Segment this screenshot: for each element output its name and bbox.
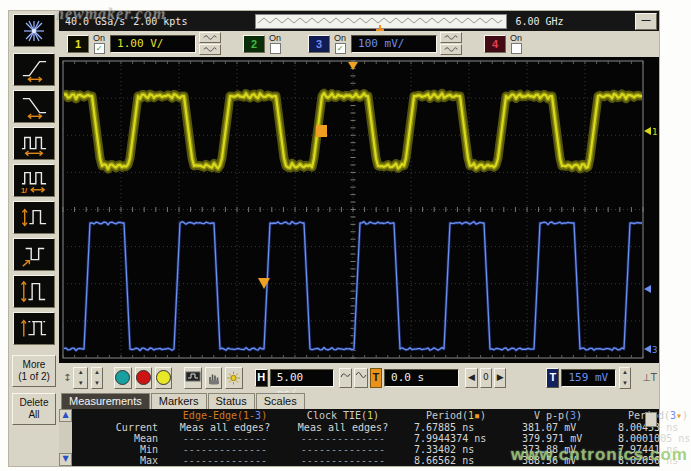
- channel-1-on-toggle[interactable]: On✓: [93, 34, 105, 54]
- measurement-value: --------------: [284, 433, 402, 444]
- period-1-marker[interactable]: [316, 125, 327, 137]
- spinner-down-icon[interactable]: ▼: [78, 379, 84, 388]
- measurements-scrollbar[interactable]: ▲ ▼: [59, 409, 72, 466]
- tab-status[interactable]: Status: [208, 393, 255, 409]
- measurement-row-min: Min----------------------------7.33402 n…: [72, 444, 691, 455]
- channel-1-scale-display[interactable]: 1.00 V/: [110, 35, 196, 53]
- measurement-header-spacer: [72, 409, 166, 422]
- scroll-down-icon[interactable]: ▼: [59, 453, 72, 466]
- tab-measurements[interactable]: Measurements: [61, 393, 150, 409]
- measurement-value: --------------: [284, 444, 402, 455]
- logo-button[interactable]: [13, 14, 55, 47]
- horizontal-settings-button[interactable]: H: [255, 369, 268, 387]
- measurement-value: 8.02656 ns: [606, 455, 691, 466]
- channel-2-on-toggle[interactable]: On: [269, 34, 281, 54]
- channel-4-group: 4On: [484, 34, 527, 54]
- more-button-line2: (1 of 2): [13, 371, 55, 383]
- v-amplitude-button[interactable]: .w{stroke:#e9e9e9;fill:none;stroke-width…: [13, 201, 55, 234]
- measurement-column-header[interactable]: Period(1▪): [402, 409, 510, 422]
- measurement-column-header[interactable]: Clock TIE(1): [284, 409, 402, 422]
- measurement-row-current: CurrentMeas all edges?Meas all edges?7.6…: [72, 422, 691, 433]
- period-button[interactable]: .w{stroke:#e9e9e9;fill:none;stroke-width…: [13, 127, 55, 160]
- header-segment: Edge-Edge(1-: [183, 410, 255, 421]
- channel-4-checkbox[interactable]: [511, 43, 522, 54]
- channel-1-coupling-button-2[interactable]: [199, 44, 221, 55]
- trigger-level-button[interactable]: T: [546, 368, 559, 388]
- display-settings-button[interactable]: [184, 367, 202, 389]
- channel-4-on-toggle[interactable]: On: [510, 34, 522, 54]
- horizontal-toolbar: ↕ ▲ ▼ ▲ ▼: [59, 363, 659, 393]
- oscilloscope-window: .w{stroke:#e9e9e9;fill:none;stroke-width…: [8, 10, 660, 467]
- fall-time-button[interactable]: .w{stroke:#e9e9e9;fill:none;stroke-width…: [13, 90, 55, 123]
- marker-red-button[interactable]: [135, 367, 152, 389]
- channel-1-ground-marker[interactable]: [644, 127, 651, 135]
- marker-b-spinner[interactable]: ▲ ▼: [91, 367, 103, 389]
- spinner-up-icon[interactable]: ▲: [78, 368, 84, 377]
- waveform-display[interactable]: 13: [59, 57, 659, 363]
- tab-scales[interactable]: Scales: [256, 393, 305, 409]
- rise-time-button[interactable]: .w{stroke:#e9e9e9;fill:none;stroke-width…: [13, 53, 55, 86]
- channel-3-on-toggle[interactable]: On✓: [334, 34, 346, 54]
- delete-all-button[interactable]: Delete All: [12, 393, 56, 425]
- measurement-column-header[interactable]: V p-p(3): [510, 409, 606, 422]
- trigger-time-button[interactable]: T: [370, 368, 382, 388]
- channel-2-button[interactable]: 2: [243, 35, 265, 53]
- scroll-up-icon[interactable]: ▲: [59, 409, 72, 422]
- more-button[interactable]: More (1 of 2): [12, 355, 56, 387]
- channel-3-ground-marker[interactable]: [644, 345, 651, 353]
- sine-wave-icon: [443, 34, 459, 41]
- minimize-button[interactable]: —: [635, 13, 657, 30]
- position-zero-button[interactable]: 0: [480, 368, 492, 388]
- spinner-up-icon[interactable]: ▲: [94, 368, 100, 377]
- channel-3-button[interactable]: 3: [308, 35, 330, 53]
- sun-icon: [226, 371, 241, 385]
- intensity-button[interactable]: [225, 367, 242, 389]
- marker-move-icon[interactable]: ↕: [63, 372, 71, 383]
- v-pp-button[interactable]: .w{stroke:#e9e9e9;fill:none;stroke-width…: [13, 275, 55, 308]
- frequency-button[interactable]: .w{stroke:#e9e9e9;fill:none;stroke-width…: [13, 164, 55, 197]
- frequency-icon: .w{stroke:#e9e9e9;fill:none;stroke-width…: [18, 168, 50, 194]
- channel-3-coupling-button-1[interactable]: [440, 32, 462, 43]
- marker-teal-button[interactable]: [114, 367, 131, 389]
- timebase-display[interactable]: 5.00 ns/: [270, 369, 334, 387]
- waveform-scale-button[interactable]: [354, 368, 368, 388]
- channel-3-coupling-button-2[interactable]: [440, 44, 462, 55]
- trigger-level-marker[interactable]: [644, 285, 651, 293]
- status-bar: 40.0 GSa/s 2.00 kpts 6.00 GHz —: [59, 11, 659, 31]
- channel-4-button[interactable]: 4: [484, 35, 506, 53]
- channel-2-checkbox[interactable]: [270, 43, 281, 54]
- channel-1-checkbox[interactable]: ✓: [94, 43, 105, 54]
- touch-button[interactable]: [205, 367, 222, 389]
- spinner-down-icon[interactable]: ▼: [94, 379, 100, 388]
- v-base-button[interactable]: .w{stroke:#e9e9e9;fill:none;stroke-width…: [13, 238, 55, 271]
- v-pp-icon: .w{stroke:#e9e9e9;fill:none;stroke-width…: [18, 279, 50, 305]
- position-right-button[interactable]: ▶: [494, 368, 506, 388]
- v-top-button[interactable]: .w{stroke:#e9e9e9;fill:none;stroke-width…: [13, 312, 55, 345]
- marker-yellow-button[interactable]: [155, 367, 172, 389]
- measurements-scroll-thumb[interactable]: [645, 412, 657, 427]
- spinner-up-icon[interactable]: ▲: [622, 368, 628, 377]
- measurement-value: 7.97441 ns: [606, 444, 691, 455]
- more-button-line1: More: [13, 359, 55, 371]
- channel-1-coupling-button-1[interactable]: [199, 32, 221, 43]
- measurements-panel: ▲ ▼ Edge-Edge(1-3)Clock TIE(1)Period(1▪)…: [59, 409, 659, 466]
- channel-1-button[interactable]: 1: [67, 35, 89, 53]
- header-segment: Period(: [426, 410, 468, 421]
- measurement-column-header[interactable]: Edge-Edge(1-3): [166, 409, 284, 422]
- trigger-time-marker[interactable]: [348, 62, 358, 70]
- tab-markers[interactable]: Markers: [151, 393, 207, 409]
- spinner-down-icon[interactable]: ▼: [622, 379, 628, 388]
- channel-3-checkbox[interactable]: ✓: [335, 43, 346, 54]
- marker-a-spinner[interactable]: ▲ ▼: [73, 367, 87, 389]
- header-segment: V p-p(: [534, 410, 570, 421]
- channel-2-group: 2On: [243, 34, 286, 54]
- horizontal-position-display[interactable]: 0.0 s: [384, 369, 459, 387]
- acquisition-memory-bar: [255, 14, 507, 29]
- trigger-level-display[interactable]: 159 mV: [561, 369, 615, 387]
- position-left-button[interactable]: ◀: [465, 368, 477, 388]
- measurement-value: 388.56 mV: [510, 455, 606, 466]
- bandwidth: 6.00 GHz: [515, 16, 563, 27]
- trigger-level-spinner[interactable]: ▲ ▼: [619, 367, 631, 389]
- channel-3-scale-display[interactable]: 100 mV/: [351, 35, 437, 53]
- horizontal-zoom-button[interactable]: [339, 368, 352, 388]
